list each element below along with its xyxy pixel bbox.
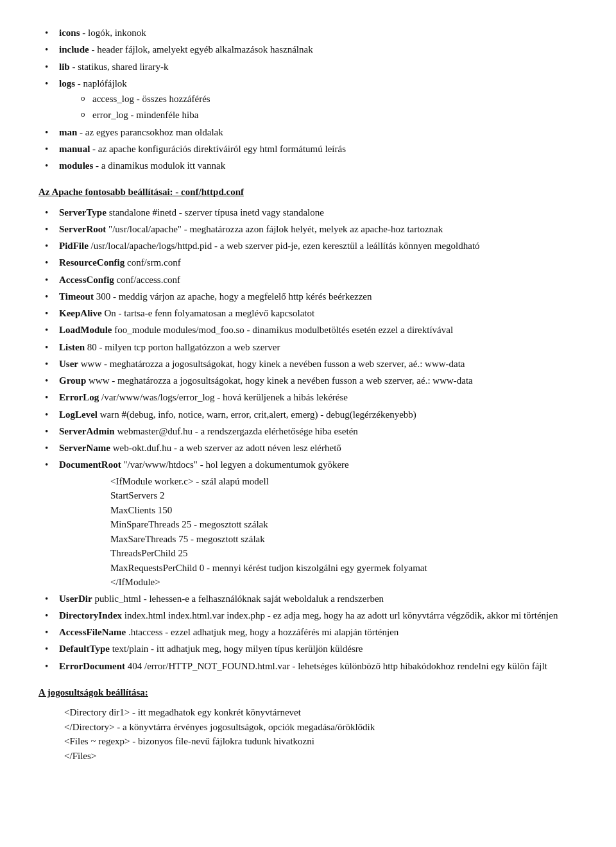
bold-lib: lib: [59, 62, 70, 72]
bold-logs: logs: [59, 78, 75, 89]
text-include: - header fájlok, amelyekt egyéb alkalmaz…: [89, 44, 313, 55]
section1-heading: Az Apache fontosabb beállításai: - conf/…: [38, 185, 578, 200]
documentroot-indent-block: <IfModule worker.c> - szál alapú modell …: [59, 474, 578, 590]
section2-item-3: </Files>: [64, 749, 578, 764]
ifmodule-close: </IfModule>: [110, 575, 578, 590]
list-item-include: include - header fájlok, amelyekt egyéb …: [45, 42, 578, 57]
list-item-lib: lib - statikus, shared lirary-k: [45, 60, 578, 74]
list-item-loglevel: LogLevel warn #(debug, info, notice, war…: [45, 407, 578, 422]
list-item-timeout: Timeout 300 - meddig várjon az apache, h…: [45, 289, 578, 304]
list-item-defaulttype: DefaultType text/plain - itt adhatjuk me…: [45, 642, 578, 656]
top-bullet-list: icons - logók, inkonok include - header …: [38, 26, 578, 173]
list-item-servername: ServerName web-okt.duf.hu - a web szerve…: [45, 441, 578, 456]
list-item-manual: manual - az apache konfigurációs direktí…: [45, 142, 578, 157]
list-item-serveradmin: ServerAdmin webmaster@duf.hu - a rendsze…: [45, 424, 578, 439]
maxrequestsperchild: MaxRequestsPerChild 0 - mennyi kérést tu…: [110, 561, 578, 576]
list-item-loadmodule: LoadModule foo_module modules/mod_foo.so…: [45, 323, 578, 338]
sub-item-error-log: error_log - mindenféle hiba: [80, 108, 578, 123]
minsparethreads: MinSpareThreads 25 - megosztott szálak: [110, 517, 578, 532]
bold-modules: modules: [59, 160, 93, 171]
sub-item-access-log: access_log - összes hozzáférés: [80, 92, 578, 107]
text-manual: - az apache konfigurációs direktíváiról …: [90, 144, 346, 154]
section2-item-2: <Files ~ regexp> - bizonyos file-nevű fá…: [64, 734, 578, 749]
text-lib: - statikus, shared lirary-k: [70, 62, 169, 72]
list-item-errordocument: ErrorDocument 404 /error/HTTP_NOT_FOUND.…: [45, 659, 578, 674]
list-item-group: Group www - meghatározza a jogosultságok…: [45, 373, 578, 388]
list-item-resourceconfig: ResourceConfig conf/srm.conf: [45, 255, 578, 270]
section2-item-0: <Directory dir1> - itt megadhatok egy ko…: [64, 705, 578, 720]
startservers: StartServers 2: [110, 488, 578, 503]
list-item-man: man - az egyes parancsokhoz man oldalak: [45, 125, 578, 140]
ifmodule-open: <IfModule worker.c> - szál alapú modell: [110, 474, 578, 489]
threadsperchild: ThreadsPerChild 25: [110, 546, 578, 561]
logs-sub-list: access_log - összes hozzáférés error_log…: [59, 92, 578, 123]
list-item-userdir: UserDir public_html - lehessen-e a felha…: [45, 592, 578, 606]
list-item-accessfilename: AccessFileName .htaccess - ezzel adhatju…: [45, 625, 578, 640]
list-item-pidfile: PidFile /usr/local/apache/logs/httpd.pid…: [45, 239, 578, 253]
bold-icons: icons: [59, 28, 80, 38]
bold-include: include: [59, 44, 89, 55]
list-item-serverroot: ServerRoot "/usr/local/apache" - meghatá…: [45, 222, 578, 237]
bold-manual: manual: [59, 144, 90, 154]
maxclients: MaxClients 150: [110, 503, 578, 518]
text-icons: - logók, inkonok: [80, 28, 146, 38]
list-item-keepalive: KeepAlive On - tartsa-e fenn folyamatosa…: [45, 306, 578, 321]
list-item-modules: modules - a dinamikus modulok itt vannak: [45, 158, 578, 173]
text-man: - az egyes parancsokhoz man oldalak: [77, 127, 223, 137]
text-modules: - a dinamikus modulok itt vannak: [93, 160, 225, 171]
maxsarethreads: MaxSareThreads 75 - megosztott szálak: [110, 532, 578, 547]
bold-man: man: [59, 127, 77, 137]
list-item-logs: logs - naplófájlok access_log - összes h…: [45, 76, 578, 123]
list-item-icons: icons - logók, inkonok: [45, 26, 578, 40]
list-item-directoryindex: DirectoryIndex index.html index.html.var…: [45, 608, 578, 623]
section2-heading: A jogosultságok beállítása:: [38, 685, 578, 700]
list-item-listen: Listen 80 - milyen tcp porton hallgatózz…: [45, 340, 578, 355]
list-item-servertype: ServerType standalone #inetd - szerver t…: [45, 205, 578, 220]
section1-list: ServerType standalone #inetd - szerver t…: [38, 205, 578, 674]
list-item-documentroot: DocumentRoot "/var/www/htdocs" - hol leg…: [45, 458, 578, 589]
list-item-user: User www - meghatározza a jogosultságoka…: [45, 357, 578, 372]
list-item-errorlog: ErrorLog /var/www/was/logs/error_log - h…: [45, 390, 578, 405]
list-item-accessconfig: AccessConfig conf/access.conf: [45, 273, 578, 287]
text-logs: - naplófájlok: [75, 78, 127, 89]
section2-item-1: </Directory> - a könyvtárra érvényes jog…: [64, 720, 578, 735]
section2-block: <Directory dir1> - itt megadhatok egy ko…: [38, 705, 578, 763]
